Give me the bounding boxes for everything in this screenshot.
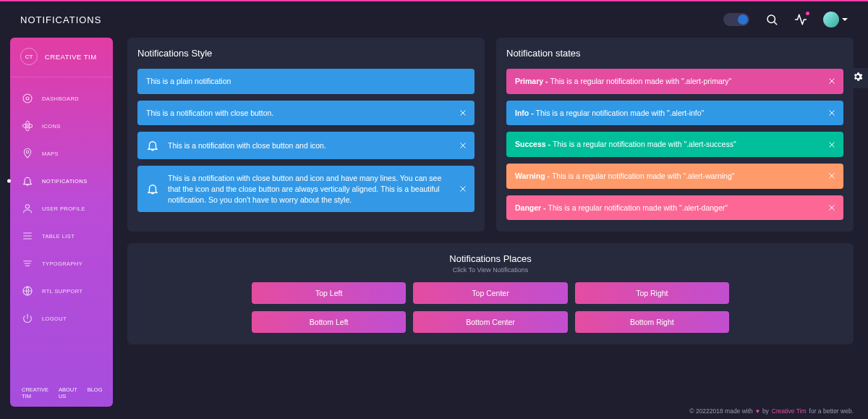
- alert-close-icon: This is a notification with close button…: [137, 132, 475, 159]
- alert-text: Warning - This is a regular notification…: [515, 171, 835, 182]
- close-icon[interactable]: [827, 172, 836, 180]
- topbar-actions: [723, 12, 848, 27]
- sidebar-item-user-profile[interactable]: USER PROFILE: [10, 195, 113, 222]
- sidebar-item-icons[interactable]: ICONS: [10, 112, 113, 140]
- list-icon: [22, 230, 33, 242]
- close-icon[interactable]: [827, 203, 836, 212]
- avatar: [823, 12, 839, 27]
- svg-point-2: [23, 94, 32, 103]
- sidebar-item-notifications[interactable]: NOTIFICATIONS: [10, 167, 113, 195]
- card-title: Notifications Places: [137, 253, 843, 264]
- btn-top-right[interactable]: Top Right: [575, 282, 729, 304]
- sidebar-item-dashboard[interactable]: DASHBOARD: [10, 85, 113, 112]
- alert-close: This is a notification with close button…: [137, 101, 475, 126]
- footer-link[interactable]: BLOG: [88, 386, 103, 399]
- sidebar-item-label: MAPS: [42, 151, 59, 157]
- alert-text: This is a notification with close button…: [168, 173, 466, 205]
- alert-text: Info - This is a regular notification ma…: [515, 108, 835, 119]
- btn-top-left[interactable]: Top Left: [252, 282, 406, 304]
- alert-text: This is a notification with close button…: [168, 140, 466, 151]
- alert-danger: Danger - This is a regular notification …: [506, 195, 843, 221]
- bell-icon: [146, 139, 159, 152]
- close-icon[interactable]: [827, 140, 836, 149]
- brand-badge: CT: [20, 48, 38, 65]
- globe-icon: [22, 285, 33, 297]
- close-icon[interactable]: [459, 185, 467, 193]
- dashboard-icon: [22, 93, 33, 104]
- sidebar-footer: CREATIVE TIM ABOUT US BLOG: [10, 386, 113, 399]
- sidebar-item-label: DASHBOARD: [42, 96, 79, 102]
- user-icon: [22, 203, 33, 214]
- btn-bottom-right[interactable]: Bottom Right: [575, 311, 729, 333]
- sidebar-item-rtl[interactable]: RTL SUPPORT: [10, 277, 113, 305]
- alert-text: Success - This is a regular notification…: [515, 139, 835, 150]
- heart-icon: ♥: [756, 407, 760, 415]
- alert-text: This is a notification with close button…: [146, 108, 466, 119]
- btn-bottom-left[interactable]: Bottom Left: [252, 311, 406, 333]
- sidebar-item-label: USER PROFILE: [42, 206, 85, 212]
- topbar: NOTIFICATIONS: [0, 1, 868, 38]
- text-icon: [22, 258, 33, 269]
- activity-icon[interactable]: [794, 13, 807, 26]
- sidebar-item-label: RTL SUPPORT: [42, 288, 82, 295]
- power-icon: [22, 313, 33, 324]
- footer-link[interactable]: CREATIVE TIM: [22, 386, 48, 399]
- svg-point-0: [767, 15, 775, 23]
- atom-icon: [22, 120, 33, 132]
- alert-info: Info - This is a regular notification ma…: [506, 101, 843, 126]
- close-icon[interactable]: [459, 109, 467, 117]
- alert-primary: Primary - This is a regular notification…: [506, 69, 843, 94]
- bell-icon: [146, 182, 159, 195]
- card-notifications-style: Notifications Style This is a plain noti…: [127, 38, 485, 232]
- close-icon[interactable]: [459, 141, 467, 150]
- svg-line-1: [774, 22, 776, 24]
- brand[interactable]: CT CREATIVE TIM: [10, 48, 113, 77]
- chevron-down-icon: [842, 18, 848, 21]
- gear-icon: [852, 71, 864, 85]
- sidebar-item-table-list[interactable]: TABLE LIST: [10, 222, 113, 250]
- sidebar-item-label: TYPOGRAPHY: [42, 261, 82, 267]
- sidebar-item-label: NOTIFICATIONS: [42, 178, 88, 185]
- sidebar-item-maps[interactable]: MAPS: [10, 140, 113, 167]
- close-icon[interactable]: [827, 109, 836, 117]
- svg-point-3: [26, 97, 29, 100]
- btn-bottom-center[interactable]: Bottom Center: [413, 311, 567, 333]
- bell-icon: [22, 175, 33, 187]
- card-subtitle: Click To View Notifications: [137, 266, 843, 274]
- sidebar-item-label: ICONS: [42, 123, 61, 130]
- svg-point-4: [27, 125, 29, 127]
- alert-plain: This is a plain notification: [137, 69, 475, 94]
- alert-warning: Warning - This is a regular notification…: [506, 164, 843, 189]
- svg-point-7: [26, 151, 28, 153]
- brand-name: CREATIVE TIM: [45, 53, 97, 61]
- footer-prefix: © 20222018 made with: [689, 407, 753, 415]
- svg-point-5: [22, 124, 32, 127]
- pin-icon: [22, 148, 33, 159]
- svg-point-6: [25, 121, 29, 130]
- search-icon[interactable]: [765, 13, 778, 26]
- card-notifications-places: Notifications Places Click To View Notif…: [127, 243, 854, 344]
- sidebar-item-label: LOGOUT: [42, 316, 67, 322]
- alert-text: Primary - This is a regular notification…: [515, 76, 835, 87]
- main: Notifications Style This is a plain noti…: [127, 38, 854, 344]
- user-menu[interactable]: [823, 12, 848, 27]
- btn-top-center[interactable]: Top Center: [413, 282, 567, 304]
- svg-point-8: [25, 205, 29, 208]
- sidebar-item-typography[interactable]: TYPOGRAPHY: [10, 250, 113, 277]
- card-title: Notifications Style: [137, 48, 475, 59]
- card-notification-states: Notification states Primary - This is a …: [496, 38, 854, 232]
- alert-text: This is a plain notification: [146, 76, 466, 87]
- sidebar-item-logout[interactable]: LOGOUT: [10, 305, 113, 332]
- footer-by: by: [762, 407, 769, 415]
- footer-suffix: for a better web.: [809, 407, 854, 415]
- sidebar: CT CREATIVE TIM DASHBOARD ICONS MAPS NOT…: [10, 38, 113, 407]
- theme-toggle[interactable]: [723, 13, 749, 26]
- close-icon[interactable]: [827, 77, 836, 85]
- settings-button[interactable]: [848, 68, 868, 88]
- page-title: NOTIFICATIONS: [20, 14, 101, 25]
- alert-success: Success - This is a regular notification…: [506, 132, 843, 157]
- footer-link[interactable]: Creative Tim: [772, 407, 807, 415]
- page-footer: © 20222018 made with ♥ by Creative Tim f…: [127, 407, 854, 415]
- alert-text: Danger - This is a regular notification …: [515, 203, 835, 213]
- footer-link[interactable]: ABOUT US: [59, 386, 77, 399]
